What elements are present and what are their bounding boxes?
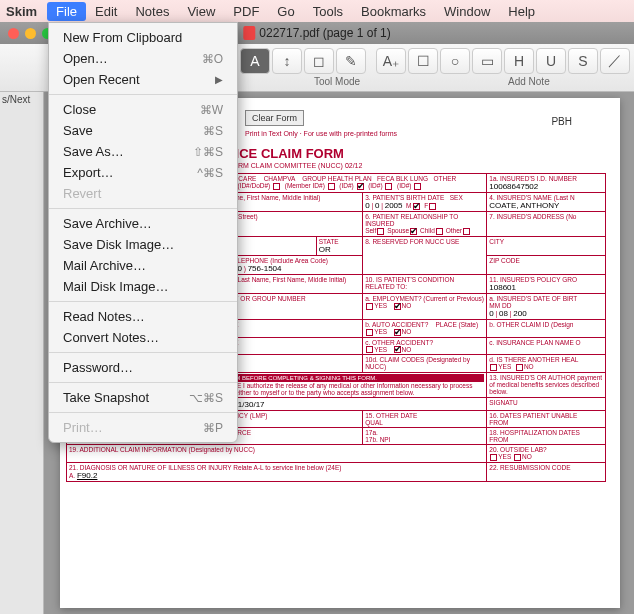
minimize-window-button[interactable] [25, 28, 36, 39]
form-subtitle: NATIONAL UNIFORM CLAIM COMMITTEE (NUCC) … [180, 162, 614, 169]
field-insured-policy[interactable]: 11. INSURED'S POLICY GRO108601 [487, 274, 606, 293]
field-signature-2[interactable]: SIGNATU [487, 398, 606, 411]
field-ins-plan-name[interactable]: c. INSURANCE PLAN NAME O [487, 337, 606, 355]
field-relationship[interactable]: 6. PATIENT RELATIONSHIP TO INSURED Self … [363, 212, 487, 237]
field-other-accident[interactable]: c. OTHER ACCIDENT? YES NO [363, 337, 487, 355]
menu-item-password[interactable]: Password… [49, 357, 237, 378]
highlight-note-button[interactable]: H [504, 48, 534, 74]
checkbox-lab-no[interactable] [514, 454, 521, 461]
menu-go[interactable]: Go [268, 2, 303, 21]
field-other-claim-id[interactable]: b. OTHER CLAIM ID (Design [487, 319, 606, 337]
field-insured-dob[interactable]: a. INSURED'S DATE OF BIRT MM DD 0 | 08 |… [487, 293, 606, 319]
select-tool-button[interactable]: ◻ [304, 48, 334, 74]
checkbox-spouse[interactable] [410, 228, 417, 235]
menu-bookmarks[interactable]: Bookmarks [352, 2, 435, 21]
field-additional-info[interactable]: 19. ADDITIONAL CLAIM INFORMATION (Design… [67, 445, 487, 463]
checkbox-feca[interactable] [385, 183, 392, 190]
clear-form-button[interactable]: Clear Form [245, 110, 304, 126]
field-zip[interactable]: ZIP CODE [487, 255, 606, 274]
menu-separator [49, 208, 237, 209]
field-insured-name[interactable]: 4. INSURED'S NAME (Last N COATE, ANTHONY [487, 193, 606, 212]
menu-item-take-snapshot[interactable]: Take Snapshot⌥⌘S [49, 387, 237, 408]
field-diagnosis[interactable]: 21. DIAGNOSIS OR NATURE OF ILLNESS OR IN… [67, 462, 487, 481]
checkbox-group[interactable] [357, 183, 364, 190]
annotate-tool-button[interactable]: ✎ [336, 48, 366, 74]
menu-item-save-as[interactable]: Save As…⇧⌘S [49, 141, 237, 162]
field-insured-sig-auth: 13. INSURED'S OR AUTHOR payment of medic… [487, 373, 606, 398]
menu-item-export[interactable]: Export…^⌘S [49, 162, 237, 183]
menu-item-revert: Revert [49, 183, 237, 204]
field-reserved-8: 8. RESERVED FOR NUCC USE [363, 236, 487, 274]
menu-item-mail-disk-image[interactable]: Mail Disk Image… [49, 276, 237, 297]
checkbox-otheracc-yes[interactable] [366, 346, 373, 353]
checkbox-tricare[interactable] [273, 183, 280, 190]
menu-item-new-from-clipboard[interactable]: New From Clipboard [49, 27, 237, 48]
checkbox-auto-yes[interactable] [366, 329, 373, 336]
field-employment[interactable]: a. EMPLOYMENT? (Current or Previous) YES… [363, 293, 487, 319]
menu-item-read-notes[interactable]: Read Notes… [49, 306, 237, 327]
file-menu-dropdown: New From Clipboard Open…⌘O Open Recent▶ … [48, 22, 238, 443]
anchored-note-button[interactable]: ☐ [408, 48, 438, 74]
menu-item-save[interactable]: Save⌘S [49, 120, 237, 141]
field-other-date[interactable]: 15. OTHER DATEQUAL [363, 411, 487, 428]
text-tool-button[interactable]: A [240, 48, 270, 74]
checkbox-self[interactable] [377, 228, 384, 235]
checkbox-champva[interactable] [328, 183, 335, 190]
checkbox-sex-m[interactable] [413, 203, 420, 210]
menu-pdf[interactable]: PDF [224, 2, 268, 21]
menu-item-open[interactable]: Open…⌘O [49, 48, 237, 69]
strikeout-note-button[interactable]: S [568, 48, 598, 74]
scroll-tool-button[interactable]: ↕ [272, 48, 302, 74]
field-insured-id[interactable]: 1a. INSURED'S I.D. NUMBER 10068647502 [487, 174, 606, 193]
menu-item-mail-archive[interactable]: Mail Archive… [49, 255, 237, 276]
menu-item-print: Print…⌘P [49, 417, 237, 438]
checkbox-sex-f[interactable] [429, 203, 436, 210]
field-17ab[interactable]: 17a.17b. NPI [363, 428, 487, 445]
field-hospitalization[interactable]: 18. HOSPITALIZATION DATESFROM [487, 428, 606, 445]
menu-window[interactable]: Window [435, 2, 499, 21]
menu-item-close[interactable]: Close⌘W [49, 99, 237, 120]
text-note-button[interactable]: A₊ [376, 48, 406, 74]
circle-note-button[interactable]: ○ [440, 48, 470, 74]
menu-separator [49, 382, 237, 383]
field-outside-lab[interactable]: 20. OUTSIDE LAB? YES NO [487, 445, 606, 463]
checkbox-child[interactable] [436, 228, 443, 235]
menu-item-open-recent[interactable]: Open Recent▶ [49, 69, 237, 90]
box-note-button[interactable]: ▭ [472, 48, 502, 74]
field-state[interactable]: STATEOR [316, 236, 362, 255]
close-window-button[interactable] [8, 28, 19, 39]
line-note-button[interactable]: ／ [600, 48, 630, 74]
field-claim-codes[interactable]: 10d. CLAIM CODES (Designated by NUCC) [363, 355, 487, 373]
menu-separator [49, 94, 237, 95]
checkbox-other[interactable] [414, 183, 421, 190]
checkbox-emp-yes[interactable] [366, 303, 373, 310]
checkbox-another-yes[interactable] [490, 364, 497, 371]
menu-edit[interactable]: Edit [86, 2, 126, 21]
window-title: 022717.pdf (page 1 of 1) [243, 26, 390, 40]
field-auto-accident[interactable]: b. AUTO ACCIDENT? PLACE (State) YES NO [363, 319, 487, 337]
window-title-text: 022717.pdf (page 1 of 1) [259, 26, 390, 40]
menu-tools[interactable]: Tools [304, 2, 352, 21]
menu-file[interactable]: File [47, 2, 86, 21]
field-patient-dob-sex[interactable]: 3. PATIENT'S BIRTH DATE SEX 0 | 0 | 2005… [363, 193, 487, 212]
menu-item-save-archive[interactable]: Save Archive… [49, 213, 237, 234]
checkbox-emp-no[interactable] [394, 303, 401, 310]
checkbox-otheracc-no[interactable] [394, 346, 401, 353]
checkbox-auto-no[interactable] [394, 329, 401, 336]
checkbox-lab-yes[interactable] [490, 454, 497, 461]
form-corner-text: PBH [551, 116, 572, 127]
menu-help[interactable]: Help [499, 2, 544, 21]
menu-item-convert-notes[interactable]: Convert Notes… [49, 327, 237, 348]
field-unable-dates[interactable]: 16. DATES PATIENT UNABLEFROM [487, 411, 606, 428]
menu-item-save-disk-image[interactable]: Save Disk Image… [49, 234, 237, 255]
field-insured-address[interactable]: 7. INSURED'S ADDRESS (No [487, 212, 606, 237]
checkbox-rel-other[interactable] [463, 228, 470, 235]
field-city[interactable]: CITY [487, 236, 606, 255]
menu-separator [49, 352, 237, 353]
field-another-plan[interactable]: d. IS THERE ANOTHER HEAL YES NO [487, 355, 606, 373]
menu-notes[interactable]: Notes [126, 2, 178, 21]
underline-note-button[interactable]: U [536, 48, 566, 74]
checkbox-another-no[interactable] [516, 364, 523, 371]
field-resubmission[interactable]: 22. RESUBMISSION CODE [487, 462, 606, 481]
menu-view[interactable]: View [178, 2, 224, 21]
